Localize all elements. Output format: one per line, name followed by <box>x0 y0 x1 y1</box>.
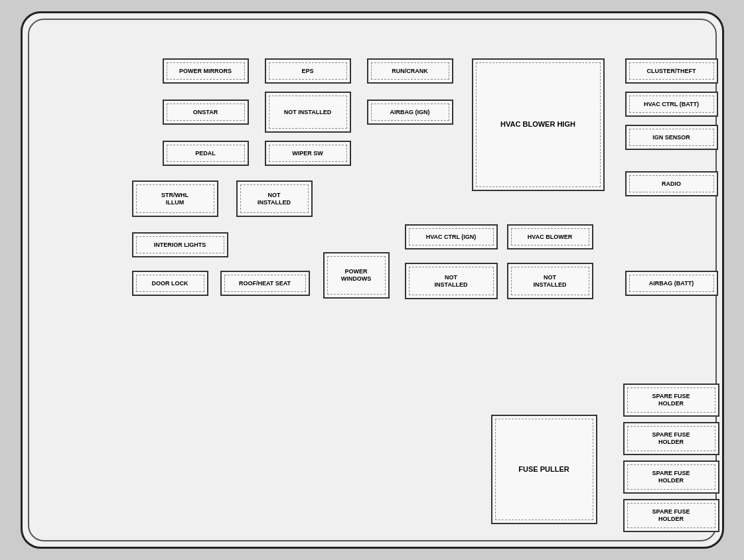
fuse-power-mirrors-label: POWER MIRRORS <box>167 62 245 80</box>
fuse-onstar-label: ONSTAR <box>167 104 245 121</box>
spare-fuse-holder-4-label: SPARE FUSEHOLDER <box>627 503 715 528</box>
fuse-power-mirrors: POWER MIRRORS <box>163 58 249 84</box>
fuse-onstar: ONSTAR <box>163 100 249 125</box>
fuse-not-installed-3: NOTINSTALLED <box>405 263 498 299</box>
fuse-not-installed-2-label: NOTINSTALLED <box>240 184 309 213</box>
fuse-not-installed-1-label: NOT INSTALLED <box>269 96 347 129</box>
fuse-airbag-ign: AIRBAG (IGN) <box>367 100 453 125</box>
fuse-cluster-theft-label: CLUSTER/THEFT <box>629 62 714 80</box>
spare-fuse-holder-3-label: SPARE FUSEHOLDER <box>627 464 715 490</box>
fuse-hvac-blower-label: HVAC BLOWER <box>511 228 589 245</box>
fuse-panel: POWER MIRRORS EPS RUN/CRANK ONSTAR NOT I… <box>21 11 724 549</box>
fuse-not-installed-1: NOT INSTALLED <box>265 92 351 133</box>
spare-fuse-holder-3: SPARE FUSEHOLDER <box>623 460 719 494</box>
spare-fuse-holder-1: SPARE FUSEHOLDER <box>623 384 719 417</box>
fuse-hvac-ctrl-ign-label: HVAC CTRL (IGN) <box>409 228 494 245</box>
fuse-pedal: PEDAL <box>163 141 249 166</box>
fuse-puller: FUSE PULLER <box>491 415 597 524</box>
fuse-eps: EPS <box>265 58 351 84</box>
fuse-roof-heat-seat-label: ROOF/HEAT SEAT <box>224 275 306 292</box>
fuse-radio-label: RADIO <box>629 175 714 192</box>
fuse-door-lock: DOOR LOCK <box>132 271 208 296</box>
fuse-door-lock-label: DOOR LOCK <box>136 275 204 292</box>
fuse-pedal-label: PEDAL <box>167 145 245 162</box>
fuse-interior-lights: INTERIOR LIGHTS <box>132 232 228 257</box>
fuse-hvac-blower-high: HVAC BLOWER HIGH <box>472 58 605 191</box>
spare-fuse-holder-2-label: SPARE FUSEHOLDER <box>627 426 715 451</box>
fuse-not-installed-3-label: NOTINSTALLED <box>409 267 494 295</box>
fuse-wiper-sw-label: WIPER SW <box>269 145 347 162</box>
fuse-eps-label: EPS <box>269 62 347 80</box>
fuse-hvac-ctrl-batt-label: HVAC CTRL (BATT) <box>629 96 714 113</box>
fuse-hvac-blower-high-label: HVAC BLOWER HIGH <box>476 62 601 187</box>
fuse-not-installed-4: NOTINSTALLED <box>507 263 593 299</box>
spare-fuse-holder-4: SPARE FUSEHOLDER <box>623 499 719 532</box>
fuse-airbag-batt-label: AIRBAG (BATT) <box>629 275 714 292</box>
fuse-not-installed-4-label: NOTINSTALLED <box>511 267 589 295</box>
fuse-interior-lights-label: INTERIOR LIGHTS <box>136 236 224 253</box>
fuse-run-crank: RUN/CRANK <box>367 58 453 84</box>
fuse-wiper-sw: WIPER SW <box>265 141 351 166</box>
fuse-airbag-batt: AIRBAG (BATT) <box>625 271 718 296</box>
spare-fuse-holder-1-label: SPARE FUSEHOLDER <box>627 387 715 413</box>
fuse-not-installed-2: NOTINSTALLED <box>236 180 313 217</box>
fuse-str-whl-illum-label: STR/WHLILLUM <box>136 184 214 213</box>
fuse-puller-label: FUSE PULLER <box>495 419 593 520</box>
fuse-ign-sensor: IGN SENSOR <box>625 125 718 150</box>
fuse-roof-heat-seat: ROOF/HEAT SEAT <box>220 271 310 296</box>
fuse-radio: RADIO <box>625 171 718 196</box>
fuse-ign-sensor-label: IGN SENSOR <box>629 129 714 146</box>
fuse-power-windows: POWERWINDOWS <box>323 252 390 299</box>
spare-fuse-holder-2: SPARE FUSEHOLDER <box>623 422 719 455</box>
fuse-airbag-ign-label: AIRBAG (IGN) <box>371 104 449 121</box>
fuse-hvac-ctrl-ign: HVAC CTRL (IGN) <box>405 224 498 249</box>
fuse-cluster-theft: CLUSTER/THEFT <box>625 58 718 84</box>
fuse-hvac-ctrl-batt: HVAC CTRL (BATT) <box>625 92 718 117</box>
fuse-power-windows-label: POWERWINDOWS <box>327 256 386 295</box>
fuse-str-whl-illum: STR/WHLILLUM <box>132 180 218 217</box>
fuse-run-crank-label: RUN/CRANK <box>371 62 449 80</box>
fuse-hvac-blower: HVAC BLOWER <box>507 224 593 249</box>
